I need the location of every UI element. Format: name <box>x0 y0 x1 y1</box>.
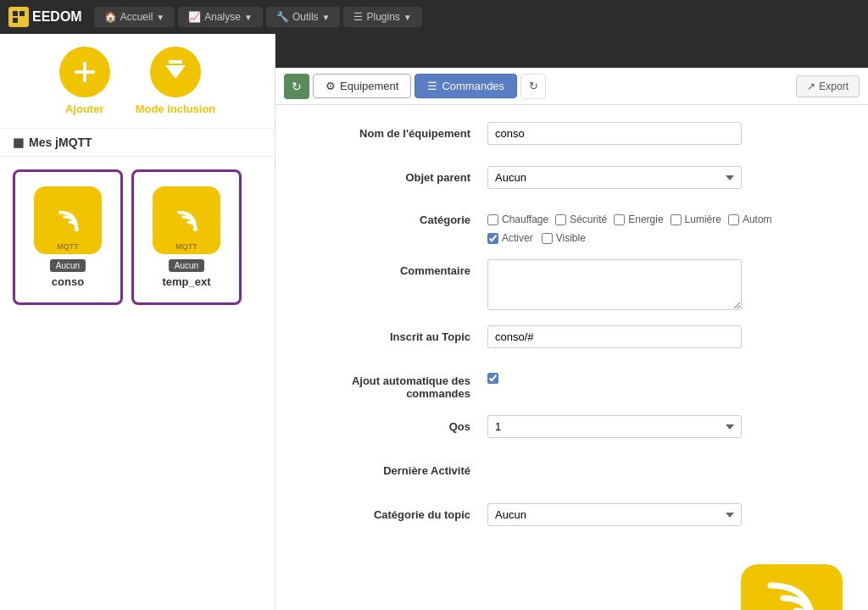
logo-icon <box>8 7 29 27</box>
cat-topic-label: Catégorie du topic <box>301 503 487 521</box>
mode-inclusion-action[interactable]: Mode inclusion <box>136 47 216 115</box>
derniere-activite-row: Dernière Activité <box>301 459 843 488</box>
device-card-temp-ext[interactable]: MQTT Aucun temp_ext <box>131 169 242 305</box>
svg-rect-4 <box>75 70 95 74</box>
reload-button[interactable]: ↻ <box>520 74 546 99</box>
derniere-activite-label: Dernière Activité <box>301 459 487 477</box>
add-action[interactable]: Ajouter <box>59 47 110 115</box>
activer-check[interactable] <box>487 233 498 244</box>
sub-navbar <box>275 34 868 68</box>
cat-topic-select[interactable]: Aucun <box>487 503 742 526</box>
ajout-auto-label: Ajout automatique des commandes <box>301 369 487 400</box>
nom-input[interactable] <box>487 122 742 145</box>
svg-rect-0 <box>13 11 18 16</box>
accueil-caret: ▼ <box>156 13 164 22</box>
export-button[interactable]: ↗ Export <box>796 75 860 97</box>
form-area: Nom de l'équipement Objet parent Aucun C… <box>275 105 868 610</box>
cat-chauffage: Chauffage <box>487 214 548 225</box>
outils-button[interactable]: 🔧 Outils ▼ <box>266 7 341 27</box>
svg-rect-1 <box>19 11 25 16</box>
topic-input[interactable] <box>487 325 742 348</box>
outils-icon: 🔧 <box>276 11 289 23</box>
outils-caret: ▼ <box>322 13 331 22</box>
cat-autom-check[interactable] <box>728 214 739 225</box>
cat-chauffage-label: Chauffage <box>502 214 548 225</box>
cat-securite-check[interactable] <box>555 214 566 225</box>
cat-lumiere-check[interactable] <box>670 214 682 225</box>
commentaire-textarea[interactable] <box>487 259 742 310</box>
mode-inclusion-icon-circle <box>150 47 201 97</box>
cat-autom: Autom <box>728 214 772 225</box>
visible-check[interactable] <box>542 233 553 244</box>
brand-logo: EEDOM <box>8 7 82 27</box>
cat-chauffage-check[interactable] <box>487 214 498 225</box>
nom-label: Nom de l'équipement <box>301 122 487 140</box>
sidebar-section-title: ▦ Mes jMQTT <box>0 129 275 157</box>
qos-row: Qos 1 0 2 <box>301 415 843 444</box>
section-title-text: Mes jMQTT <box>29 136 92 149</box>
tab-commandes[interactable]: ☰ Commandes <box>415 74 517 98</box>
top-navbar: EEDOM 🏠 Accueil ▼ 📈 Analyse ▼ 🔧 Outils ▼… <box>0 0 868 34</box>
ajout-auto-check-wrap <box>487 369 498 386</box>
objet-parent-label: Objet parent <box>301 166 487 184</box>
home-icon: 🏠 <box>104 11 117 23</box>
bottom-icon-area: MQTT <box>301 547 843 610</box>
cat-energie-label: Energie <box>628 214 663 225</box>
objet-parent-select[interactable]: Aucun <box>487 166 742 189</box>
activer-item: Activer <box>487 232 533 244</box>
grid-icon: ▦ <box>13 136 24 149</box>
commentaire-label: Commentaire <box>301 259 487 277</box>
temp-ext-badge: Aucun <box>169 259 204 272</box>
mode-inclusion-label: Mode inclusion <box>136 103 216 115</box>
activer-visible-row: Activer Visible <box>487 232 843 244</box>
qos-label: Qos <box>301 415 487 433</box>
cat-securite-label: Sécurité <box>570 214 607 225</box>
accueil-button[interactable]: 🏠 Accueil ▼ <box>94 7 175 27</box>
refresh-button[interactable]: ↻ <box>284 74 309 99</box>
device-icon-temp-ext: MQTT <box>153 186 220 254</box>
device-grid: MQTT Aucun conso MQTT Aucun <box>0 157 275 318</box>
sidebar: Ajouter Mode inclusion ▦ Mes jMQTT <box>0 34 275 610</box>
conso-mqtt-label: MQTT <box>57 242 79 251</box>
cat-securite: Sécurité <box>555 214 607 225</box>
tabs-bar: ↻ ⚙ Equipement ☰ Commandes ↻ ↗ Export <box>275 68 868 105</box>
categories-checkboxes: Chauffage Sécurité Energie Lumière <box>487 210 843 225</box>
categorie-content: Chauffage Sécurité Energie Lumière <box>487 210 843 244</box>
activer-label: Activer <box>502 232 533 244</box>
plugins-button[interactable]: ☰ Plugins ▼ <box>343 7 421 27</box>
cat-lumiere: Lumière <box>670 214 721 225</box>
qos-select[interactable]: 1 0 2 <box>487 415 742 438</box>
device-card-conso[interactable]: MQTT Aucun conso <box>13 169 123 305</box>
conso-badge: Aucun <box>50 259 86 272</box>
ajout-auto-check[interactable] <box>487 373 498 384</box>
commandes-icon: ☰ <box>427 80 437 92</box>
svg-rect-6 <box>52 204 84 236</box>
right-panel: ↻ ⚙ Equipement ☰ Commandes ↻ ↗ Export No… <box>275 34 868 610</box>
cat-energie: Energie <box>614 214 663 225</box>
svg-point-7 <box>74 226 78 230</box>
visible-item: Visible <box>542 232 586 244</box>
temp-ext-name: temp_ext <box>162 275 210 288</box>
svg-point-9 <box>192 226 197 230</box>
svg-rect-5 <box>169 60 182 64</box>
cat-energie-check[interactable] <box>614 214 625 225</box>
tab-equipement[interactable]: ⚙ Equipement <box>313 74 411 98</box>
equipement-icon: ⚙ <box>326 80 336 92</box>
cat-autom-label: Autom <box>743 214 772 225</box>
visible-label: Visible <box>556 232 586 244</box>
plugins-icon: ☰ <box>353 11 363 23</box>
ajout-auto-row: Ajout automatique des commandes <box>301 369 843 400</box>
categorie-row: Catégorie Chauffage Sécurité <box>301 210 843 244</box>
analyse-caret: ▼ <box>244 13 253 22</box>
analyse-button[interactable]: 📈 Analyse ▼ <box>178 7 263 27</box>
commentaire-row: Commentaire <box>301 259 843 310</box>
sidebar-actions: Ajouter Mode inclusion <box>0 34 275 129</box>
svg-rect-8 <box>170 204 203 236</box>
topic-label: Inscrit au Topic <box>301 325 487 343</box>
nom-row: Nom de l'équipement <box>301 122 843 151</box>
cat-topic-row: Catégorie du topic Aucun <box>301 503 843 532</box>
topic-row: Inscrit au Topic <box>301 325 843 354</box>
brand-name: EEDOM <box>32 9 82 25</box>
main-layout: Ajouter Mode inclusion ▦ Mes jMQTT <box>0 34 868 610</box>
add-label: Ajouter <box>65 103 104 115</box>
